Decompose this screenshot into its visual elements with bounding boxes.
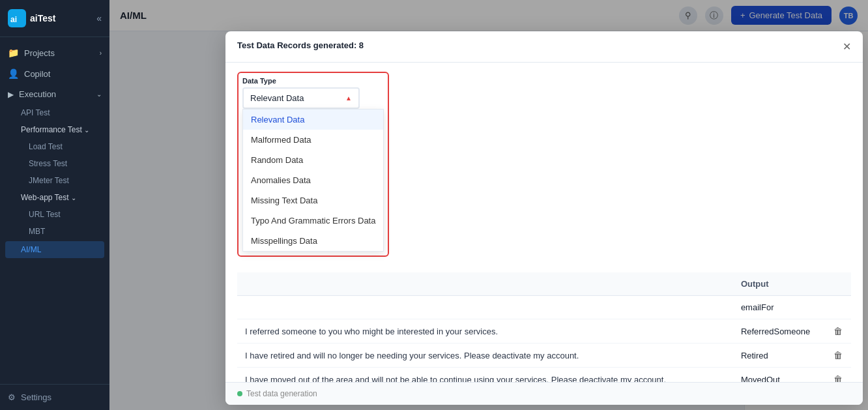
sidebar-item-projects[interactable]: 📁 Projects › bbox=[0, 42, 109, 63]
dropdown-arrow-icon: ▲ bbox=[345, 95, 352, 102]
data-type-label: Data Type bbox=[242, 77, 384, 85]
sidebar-nav: 📁 Projects › 👤 Copilot ▶ Execution ⌄ API… bbox=[0, 37, 109, 384]
svg-text:ai: ai bbox=[10, 15, 17, 24]
cell-text: I have moved out of the area and will no… bbox=[237, 368, 733, 383]
cell-action: 🗑 bbox=[825, 368, 851, 383]
sidebar-collapse-button[interactable]: « bbox=[96, 13, 102, 23]
table-row: emailFor bbox=[237, 296, 851, 319]
sidebar: ai aiTest « 📁 Projects › 👤 Copilot ▶ Exe… bbox=[0, 0, 109, 410]
col-header-text bbox=[237, 272, 733, 296]
sidebar-item-label: Projects bbox=[24, 48, 94, 58]
data-type-dropdown-container: Data Type Relevant Data ▲ Relevant Data … bbox=[237, 72, 389, 257]
footer-text: Test data generation bbox=[246, 389, 317, 398]
logo-text: aiTest bbox=[30, 13, 55, 23]
cell-output: emailFor bbox=[733, 296, 825, 319]
sidebar-header: ai aiTest « bbox=[0, 0, 109, 37]
selected-data-type: Relevant Data bbox=[250, 93, 304, 103]
modal-dialog: Test Data Records generated: 8 ✕ Data Ty… bbox=[225, 31, 863, 405]
sidebar-item-url-test[interactable]: URL Test bbox=[0, 206, 109, 223]
cell-output: MovedOut bbox=[733, 368, 825, 383]
dropdown-item-relevant[interactable]: Relevant Data bbox=[243, 110, 383, 130]
cell-action: 🗑 bbox=[825, 344, 851, 368]
sidebar-footer: ⚙ Settings bbox=[0, 384, 109, 410]
main-area: AI/ML ⚲ ⓘ + Generate Test Data TB Test D… bbox=[109, 0, 868, 410]
dropdown-menu: Relevant Data Malformed Data Random Data… bbox=[242, 109, 384, 252]
cell-action: 🗑 bbox=[825, 319, 851, 344]
dropdown-item-anomalies[interactable]: Anomalies Data bbox=[243, 170, 383, 190]
person-icon: 👤 bbox=[8, 68, 19, 79]
sidebar-item-label: Execution bbox=[19, 89, 91, 99]
sidebar-item-jmeter-test[interactable]: JMeter Test bbox=[0, 172, 109, 189]
sidebar-item-ai-ml[interactable]: AI/ML bbox=[5, 241, 104, 258]
play-icon: ▶ bbox=[8, 90, 14, 99]
col-header-output: Output bbox=[733, 272, 825, 296]
sidebar-item-api-test[interactable]: API Test bbox=[0, 104, 109, 121]
dropdown-item-random[interactable]: Random Data bbox=[243, 150, 383, 170]
modal-footer: Test data generation bbox=[225, 382, 863, 405]
status-indicator bbox=[237, 391, 242, 396]
delete-button[interactable]: 🗑 bbox=[833, 350, 843, 360]
data-type-select[interactable]: Relevant Data ▲ bbox=[242, 87, 360, 109]
sidebar-item-mbt[interactable]: MBT bbox=[0, 223, 109, 240]
sidebar-item-performance-test[interactable]: Performance Test ⌄ bbox=[0, 121, 109, 138]
dropdown-item-misspellings[interactable]: Misspellings Data bbox=[243, 231, 383, 251]
cell-action bbox=[825, 296, 851, 319]
cell-text: I have retired and will no longer be nee… bbox=[237, 344, 733, 368]
dropdown-item-malformed[interactable]: Malformed Data bbox=[243, 130, 383, 150]
table-row: I referred someone to you who might be i… bbox=[237, 319, 851, 344]
settings-icon: ⚙ bbox=[8, 392, 16, 402]
logo-icon: ai bbox=[8, 9, 26, 27]
table-row: I have moved out of the area and will no… bbox=[237, 368, 851, 383]
cell-output: ReferredSomeone bbox=[733, 319, 825, 344]
data-type-section: Data Type Relevant Data ▲ Relevant Data … bbox=[225, 63, 863, 257]
sidebar-item-web-app-test[interactable]: Web-app Test ⌄ bbox=[0, 189, 109, 206]
cell-text bbox=[237, 296, 733, 319]
table-row: I have retired and will no longer be nee… bbox=[237, 344, 851, 368]
cell-text: I referred someone to you who might be i… bbox=[237, 319, 733, 344]
records-count: Test Data Records generated: 8 bbox=[237, 40, 364, 50]
chevron-down-icon: ⌄ bbox=[96, 91, 102, 98]
cell-output: Retired bbox=[733, 344, 825, 368]
dropdown-item-missing-text[interactable]: Missing Text Data bbox=[243, 190, 383, 211]
sidebar-item-stress-test[interactable]: Stress Test bbox=[0, 155, 109, 172]
modal-body: Data Type Relevant Data ▲ Relevant Data … bbox=[225, 63, 863, 382]
delete-button[interactable]: 🗑 bbox=[833, 326, 843, 336]
sidebar-item-copilot[interactable]: 👤 Copilot bbox=[0, 63, 109, 84]
folder-icon: 📁 bbox=[8, 48, 19, 58]
sidebar-item-load-test[interactable]: Load Test bbox=[0, 138, 109, 155]
settings-label: Settings bbox=[21, 392, 51, 402]
dropdown-item-typo[interactable]: Typo And Grammatic Errors Data bbox=[243, 211, 383, 231]
sidebar-item-execution[interactable]: ▶ Execution ⌄ bbox=[0, 84, 109, 104]
sidebar-logo: ai aiTest bbox=[8, 9, 55, 27]
delete-button[interactable]: 🗑 bbox=[833, 374, 843, 382]
data-table: Output emailFor I referred someone to yo… bbox=[237, 272, 851, 382]
modal-header: Test Data Records generated: 8 ✕ bbox=[225, 31, 863, 63]
col-header-action bbox=[825, 272, 851, 296]
table-section: Output emailFor I referred someone to yo… bbox=[225, 266, 863, 382]
chevron-down-icon: › bbox=[100, 50, 102, 57]
modal-close-button[interactable]: ✕ bbox=[843, 40, 851, 53]
settings-item[interactable]: ⚙ Settings bbox=[8, 392, 102, 402]
sidebar-item-label: Copilot bbox=[24, 69, 102, 79]
